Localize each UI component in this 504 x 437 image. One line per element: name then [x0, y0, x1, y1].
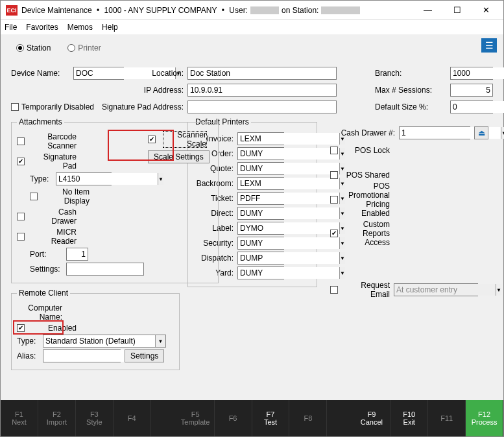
attachments-group: Attachments Barcode Scanner Signature Pa…: [11, 117, 219, 283]
barcode-checkbox[interactable]: [17, 137, 25, 145]
noitem-label: No Item Display: [44, 187, 90, 206]
fkey-f1: F1Next: [1, 400, 38, 436]
fkey-f5: F5Template: [177, 400, 215, 436]
cash-drawer-num-label: Cash Drawer #:: [330, 128, 395, 137]
cash-drawer-num-combo[interactable]: ▼: [399, 126, 470, 139]
device-name-combo[interactable]: ▼: [73, 67, 124, 80]
fkey-f11: F11: [428, 400, 466, 436]
attachments-legend: Attachments: [17, 117, 64, 126]
menu-memos[interactable]: Memos: [67, 23, 93, 32]
titlebar: ECI Device Maintenance • 1000 - ANY SUPP…: [1, 1, 503, 20]
port-input[interactable]: [66, 248, 88, 261]
minimize-button[interactable]: —: [413, 1, 442, 19]
fkey-bar: F1NextF2ImportF3StyleF4F5TemplateF6F7Tes…: [1, 400, 503, 436]
settings-input[interactable]: [66, 263, 144, 276]
request-email-checkbox[interactable]: [330, 286, 338, 294]
radio-printer[interactable]: Printer: [67, 43, 101, 53]
pos-shared-checkbox[interactable]: [330, 171, 338, 179]
scale-settings-button[interactable]: Scale Settings: [148, 150, 210, 163]
remote-enabled-label: Enabled: [31, 324, 77, 333]
max-sessions-label: Max # Sessions:: [375, 86, 446, 95]
device-name-label: Device Name:: [11, 69, 69, 78]
menu-file[interactable]: File: [5, 23, 17, 32]
temp-disabled-checkbox[interactable]: [11, 103, 19, 111]
app-logo: ECI: [6, 5, 18, 16]
radio-station[interactable]: Station: [16, 43, 51, 53]
sigpad-label: Signature Pad: [31, 152, 77, 171]
sigpad-type-combo[interactable]: ▼: [56, 172, 112, 185]
printer-combo-5[interactable]: ▼: [237, 207, 284, 220]
port-label: Port:: [30, 250, 62, 259]
pos-promo-label: POS Promotional Pricing Enabled: [344, 182, 390, 218]
custom-reports-label: Custom Reports Access: [344, 220, 390, 247]
fkey-f12[interactable]: F12Process: [466, 400, 503, 436]
printer-combo-8[interactable]: ▼: [237, 252, 284, 265]
pos-lock-checkbox[interactable]: [330, 147, 338, 154]
pos-promo-checkbox[interactable]: [330, 196, 338, 204]
fkey-f3: F3Style: [76, 400, 114, 436]
alias-combo[interactable]: ▼: [43, 349, 121, 362]
pos-shared-label: POS Shared: [344, 171, 390, 180]
location-label: Location:: [138, 69, 184, 78]
menubar: File Favorites Memos Help: [1, 20, 503, 34]
sig-addr-input[interactable]: [187, 100, 337, 113]
computer-name-label: Computer Name:: [17, 303, 62, 322]
max-sessions-input[interactable]: [450, 84, 493, 97]
close-button[interactable]: ✕: [472, 1, 501, 19]
branch-label: Branch:: [375, 69, 446, 78]
fkey-f8: F8: [289, 400, 327, 436]
cash-drawer-open-button[interactable]: ⏏: [474, 126, 488, 139]
fkey-f7[interactable]: F7Test: [252, 400, 290, 436]
request-email-combo[interactable]: ▼: [394, 283, 478, 296]
cashdrawer-checkbox[interactable]: [17, 213, 25, 220]
default-size-combo[interactable]: ▼: [450, 100, 493, 113]
fkey-f4: F4: [114, 400, 151, 436]
printer-combo-4[interactable]: ▼: [237, 192, 284, 205]
remote-enabled-checkbox[interactable]: [17, 324, 25, 332]
fkey-f2: F2Import: [38, 400, 76, 436]
printer-combo-0[interactable]: ▼: [237, 132, 284, 145]
request-email-label: Request Email: [344, 281, 390, 299]
location-input[interactable]: [187, 67, 337, 80]
remote-legend: Remote Client: [17, 289, 70, 298]
scanner-scale-checkbox[interactable]: [148, 136, 156, 143]
fkey-f10[interactable]: F10Exit: [390, 400, 428, 436]
fkey-f6: F6: [215, 400, 252, 436]
settings-label: Settings:: [30, 265, 62, 274]
sigpad-checkbox[interactable]: [17, 158, 25, 165]
custom-reports-checkbox[interactable]: [330, 230, 338, 237]
noitem-checkbox[interactable]: [30, 193, 38, 200]
printer-combo-6[interactable]: ▼: [237, 222, 284, 235]
pos-lock-label: POS Lock: [344, 146, 390, 155]
cashdrawer-label: Cash Drawer: [31, 207, 77, 226]
hamburger-icon[interactable]: ☰: [481, 38, 497, 53]
ip-input[interactable]: [187, 84, 337, 97]
remote-type-combo[interactable]: ▼: [43, 335, 166, 348]
ip-label: IP Address:: [138, 86, 184, 95]
window-title: Device Maintenance • 1000 - ANY SUPPLY C…: [21, 6, 413, 15]
printer-combo-1[interactable]: ▼: [237, 147, 284, 160]
printer-combo-3[interactable]: ▼: [237, 177, 284, 190]
printer-combo-9[interactable]: ▼: [237, 266, 284, 279]
menu-help[interactable]: Help: [102, 23, 118, 32]
printer-combo-7[interactable]: ▼: [237, 237, 284, 250]
barcode-label: Barcode Scanner: [31, 132, 77, 150]
fkey-f9[interactable]: F9Cancel: [353, 400, 390, 436]
sigpad-type-label: Type:: [30, 174, 52, 183]
remote-type-label: Type:: [17, 337, 39, 346]
micr-checkbox[interactable]: [17, 233, 25, 241]
default-size-label: Default Size %:: [375, 102, 446, 112]
remote-settings-button[interactable]: Settings: [125, 349, 164, 362]
sig-addr-label: Signature Pad Address:: [99, 102, 184, 112]
scanner-scale-label: Scanner Scale: [162, 130, 208, 148]
micr-label: MICR Reader: [31, 228, 77, 246]
temp-disabled-label: Temporarily Disabled: [21, 102, 94, 112]
printer-combo-2[interactable]: ▼: [237, 162, 284, 175]
maximize-button[interactable]: ☐: [442, 1, 472, 19]
alias-label: Alias:: [17, 351, 39, 360]
menu-favorites[interactable]: Favorites: [26, 23, 58, 32]
remote-client-group: Remote Client Computer Name: Enabled Typ…: [11, 289, 180, 370]
branch-combo[interactable]: ▼: [450, 67, 493, 80]
